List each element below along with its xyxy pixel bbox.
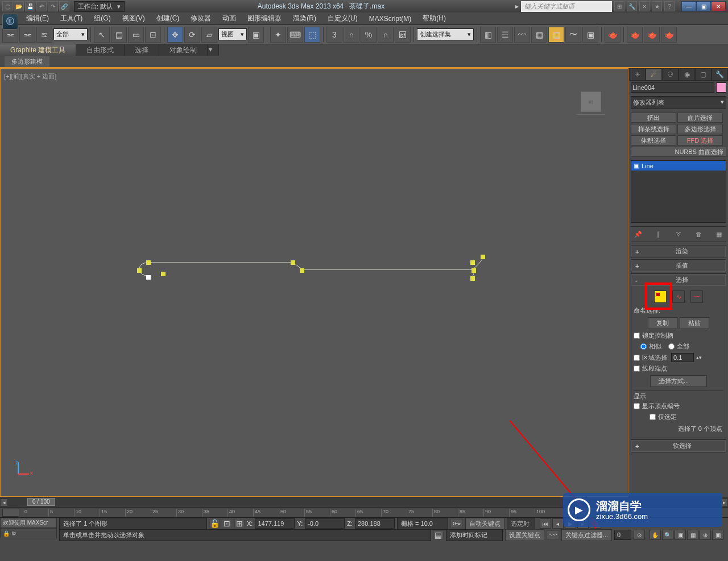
menu-help[interactable]: 帮助(H) xyxy=(417,12,452,25)
lock-handles-check[interactable] xyxy=(634,333,640,339)
modbtn-patchsel[interactable]: 面片选择 xyxy=(677,113,723,123)
link-icon[interactable]: 🔗 xyxy=(59,1,69,11)
modbtn-splinesel[interactable]: 样条线选择 xyxy=(631,124,676,134)
rollout-render[interactable]: +渲染 xyxy=(631,246,726,257)
unique-icon[interactable]: ⩔ xyxy=(673,229,684,239)
ref-coord-combo[interactable]: 视图▾ xyxy=(218,28,247,40)
utilities-tab-icon[interactable]: 🔧 xyxy=(712,68,728,81)
rollout-interp[interactable]: +插值 xyxy=(631,260,726,272)
only-selected-check[interactable] xyxy=(650,414,656,420)
paste-button[interactable]: 粘贴 xyxy=(680,317,709,329)
menu-customize[interactable]: 自定义(U) xyxy=(322,12,363,25)
spline-object[interactable] xyxy=(131,254,495,288)
snap-toggle-icon[interactable]: ⬚ xyxy=(304,27,320,43)
hierarchy-tab-icon[interactable]: ⚇ xyxy=(662,68,679,81)
render-icon[interactable]: 🫖 xyxy=(605,27,621,43)
sel-lock-icon[interactable]: ⊞ xyxy=(234,519,245,528)
new-icon[interactable]: ▢ xyxy=(2,1,13,11)
infocenter-icon[interactable]: ⊞ xyxy=(614,1,624,11)
coord-z[interactable]: 280.188 xyxy=(355,518,395,529)
show-end-icon[interactable]: ∥ xyxy=(653,229,664,239)
modbtn-volsel[interactable]: 体积选择 xyxy=(631,135,676,146)
display-tab-icon[interactable]: ▢ xyxy=(695,68,712,81)
modifier-stack[interactable]: ▣Line xyxy=(631,160,726,223)
motion-tab-icon[interactable]: ◉ xyxy=(679,68,695,81)
close-button[interactable]: ✕ xyxy=(711,1,726,11)
viewcube[interactable]: 前 xyxy=(577,92,605,120)
show-vertnum-check[interactable] xyxy=(634,403,640,409)
all-radio[interactable] xyxy=(668,343,675,350)
ribbon-tab-selection[interactable]: 选择 xyxy=(125,44,159,56)
help-icon[interactable]: ? xyxy=(664,1,675,11)
seg-end-check[interactable] xyxy=(634,365,640,372)
modbtn-ffdsel[interactable]: FFD 选择 xyxy=(677,135,723,146)
menu-rendering[interactable]: 渲染(R) xyxy=(287,12,322,25)
manipulate-icon[interactable]: ✦ xyxy=(270,27,286,43)
align-icon[interactable]: ▥ xyxy=(480,27,496,43)
modify-tab-icon[interactable]: ☄ xyxy=(646,68,662,81)
modstack-line[interactable]: ▣Line xyxy=(631,161,726,171)
exchange-icon[interactable]: ✕ xyxy=(639,1,650,11)
edge-constraint-icon[interactable]: ∩ xyxy=(378,27,394,43)
create-tab-icon[interactable]: ✳ xyxy=(629,68,646,81)
minimize-button[interactable]: — xyxy=(681,1,696,11)
menu-edit[interactable]: 编辑(E) xyxy=(20,12,55,25)
select-by-button[interactable]: 选择方式... xyxy=(650,375,707,387)
rollout-softsel[interactable]: +软选择 xyxy=(631,440,726,452)
similar-radio[interactable] xyxy=(640,343,647,350)
help-search-input[interactable]: 键入关键字或短语 xyxy=(521,1,612,12)
nav-maxview-icon[interactable]: ▣ xyxy=(712,530,723,540)
object-color-swatch[interactable] xyxy=(716,82,726,93)
goto-start-icon[interactable]: ⏮ xyxy=(540,518,551,529)
scale-tool-icon[interactable]: ▱ xyxy=(201,27,217,43)
key-icon[interactable]: 🔧 xyxy=(627,1,637,11)
render-active-icon[interactable]: 🫖 xyxy=(661,27,677,43)
nav-zoomext-icon[interactable]: ▦ xyxy=(687,530,698,540)
menu-grapheditors[interactable]: 图形编辑器 xyxy=(242,12,287,25)
keyboard-shortcut-icon[interactable]: ⌨ xyxy=(287,27,303,43)
pivot-icon[interactable]: ▣ xyxy=(248,27,264,43)
unlink-tool-icon[interactable]: ⫘ xyxy=(19,27,35,43)
ribbon-tab-graphite[interactable]: Graphite 建模工具 xyxy=(0,44,76,56)
lock-sel-icon[interactable]: 🔓 xyxy=(209,519,220,528)
maximize-button[interactable]: ▣ xyxy=(696,1,711,11)
nav-fov-icon[interactable]: ▣ xyxy=(675,530,686,540)
schematic-icon[interactable]: ▦ xyxy=(531,27,547,43)
prev-frame-icon[interactable]: ◂ xyxy=(552,518,564,529)
time-config-icon[interactable]: ⊙ xyxy=(634,530,645,540)
percent-snap-icon[interactable]: ∩ xyxy=(344,27,359,43)
menu-group[interactable]: 组(G) xyxy=(88,12,116,25)
ribbon-tab-paint[interactable]: 对象绘制 xyxy=(159,44,208,56)
modifier-list-combo[interactable]: 修改器列表▾ xyxy=(631,96,726,109)
key-default-icon[interactable]: 〰 xyxy=(547,530,559,539)
menu-animation[interactable]: 动画 xyxy=(217,12,242,25)
rollout-selection[interactable]: -选择 xyxy=(631,274,726,286)
render-frame-icon[interactable]: ▣ xyxy=(582,27,598,43)
window-crossing-icon[interactable]: ⊡ xyxy=(145,27,161,43)
iso-sel-icon[interactable]: ⊡ xyxy=(222,519,232,528)
subobj-vertex-icon[interactable] xyxy=(654,290,667,303)
area-sel-spinner[interactable]: 0.1 xyxy=(671,353,694,362)
add-time-tag[interactable]: 添加时间标记 xyxy=(446,529,503,541)
menu-create[interactable]: 创建(C) xyxy=(151,12,185,25)
named-sel-set-combo[interactable]: 创建选择集▾ xyxy=(417,28,474,40)
render-setup-icon[interactable]: 〜 xyxy=(565,27,581,43)
ribbon-tab-freeform[interactable]: 自由形式 xyxy=(76,44,125,56)
bind-spacewarp-icon[interactable]: ≋ xyxy=(36,27,52,43)
menu-views[interactable]: 视图(V) xyxy=(117,12,151,25)
subobj-spline-icon[interactable]: 〰 xyxy=(690,290,703,303)
key-mode-icon[interactable]: 🗝 xyxy=(450,519,463,528)
mirror-icon[interactable]: 🗟 xyxy=(395,27,411,43)
angle-snap-icon[interactable]: 3 xyxy=(326,27,342,43)
copy-button[interactable]: 复制 xyxy=(648,317,677,329)
app-menu-button[interactable]: Ⓔ xyxy=(2,14,18,30)
redo-icon[interactable]: ↷ xyxy=(48,1,58,11)
menu-maxscript[interactable]: MAXScript(M) xyxy=(363,13,417,24)
area-sel-check[interactable] xyxy=(634,355,640,361)
pin-stack-icon[interactable]: 📌 xyxy=(633,229,643,239)
select-by-name-icon[interactable]: ▤ xyxy=(111,27,127,43)
remove-mod-icon[interactable]: 🗑 xyxy=(694,229,704,239)
save-icon[interactable]: 💾 xyxy=(25,1,35,11)
nav-pan-icon[interactable]: ✋ xyxy=(650,530,661,540)
menu-tools[interactable]: 工具(T) xyxy=(55,12,88,25)
